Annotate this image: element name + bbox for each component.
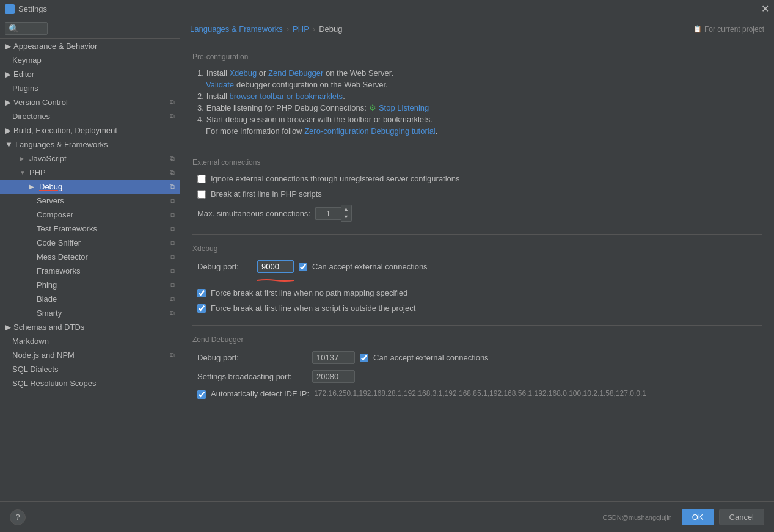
- settings-app-icon: [5, 4, 15, 14]
- section-external: External connections Ignore external con…: [192, 158, 762, 222]
- sidebar-item-build[interactable]: ▶ Build, Execution, Deployment: [0, 123, 180, 137]
- sidebar-item-plugins[interactable]: Plugins: [0, 81, 180, 95]
- max-connections-input[interactable]: 1: [315, 207, 341, 220]
- sidebar-item-directories[interactable]: Directories ⧉: [0, 109, 180, 123]
- copy-icon[interactable]: ⧉: [170, 295, 175, 303]
- copy-icon[interactable]: ⧉: [170, 169, 175, 177]
- sidebar-item-label: SQL Dialects: [12, 365, 58, 374]
- stop-listening-button[interactable]: ⚙ Stop Listening: [369, 103, 429, 112]
- sidebar-item-laf[interactable]: ▼ Languages & Frameworks: [0, 137, 180, 151]
- sidebar-item-php[interactable]: ▼ PHP ⧉: [0, 166, 180, 180]
- sidebar-item-messdetector[interactable]: Mess Detector ⧉: [0, 250, 180, 264]
- underline-decoration: [197, 274, 762, 283]
- spinner-up-button[interactable]: ▲: [341, 205, 351, 213]
- force-break2-label[interactable]: Force break at first line when a script …: [211, 304, 415, 313]
- search-input[interactable]: [5, 22, 48, 35]
- zend-can-accept-checkbox[interactable]: [360, 354, 368, 362]
- sidebar-item-label: Markdown: [12, 337, 49, 346]
- preconfig-steps: 1. Install Xdebug or Zend Debugger on th…: [192, 68, 762, 136]
- sidebar-item-appearance[interactable]: ▶ Appearance & Behavior: [0, 39, 180, 53]
- step-text: Start debug session in browser with the …: [206, 115, 433, 124]
- copy-icon[interactable]: ⧉: [170, 267, 175, 275]
- copy-icon[interactable]: ⧉: [170, 253, 175, 261]
- step-num: 4.: [197, 115, 204, 124]
- step-1: 1. Install Xdebug or Zend Debugger on th…: [197, 68, 762, 78]
- xdebug-link[interactable]: Xdebug: [229, 68, 257, 78]
- broadcast-port-input[interactable]: [312, 370, 355, 383]
- sidebar-item-codesniffer[interactable]: Code Sniffer ⧉: [0, 236, 180, 250]
- section-xdebug: Xdebug Debug port: Can accept external c…: [192, 244, 762, 313]
- ignore-external-label[interactable]: Ignore external connections through unre…: [211, 174, 460, 183]
- breadcrumb-debug: Debug: [319, 24, 342, 34]
- stop-listening-link[interactable]: Stop Listening: [379, 103, 429, 112]
- copy-icon[interactable]: ⧉: [170, 281, 175, 289]
- divider-1: [192, 148, 762, 148]
- break-first-line-checkbox[interactable]: [197, 190, 206, 199]
- auto-detect-label[interactable]: Automatically detect IDE IP:: [211, 389, 309, 398]
- sidebar-item-testframeworks[interactable]: Test Frameworks ⧉: [0, 222, 180, 236]
- zend-port-input[interactable]: [312, 351, 355, 364]
- sidebar-item-javascript[interactable]: ▶ JavaScript ⧉: [0, 151, 180, 166]
- search-bar: [0, 18, 180, 39]
- copy-icon[interactable]: ⧉: [170, 112, 175, 120]
- sidebar-item-servers[interactable]: Servers ⧉: [0, 194, 180, 208]
- copy-icon[interactable]: ⧉: [170, 197, 175, 205]
- copy-icon[interactable]: ⧉: [170, 225, 175, 233]
- spinner-down-button[interactable]: ▼: [341, 213, 351, 221]
- ok-button[interactable]: OK: [682, 509, 714, 525]
- browser-toolbar-link[interactable]: browser toolbar or bookmarklets: [229, 92, 343, 101]
- sidebar-item-versioncontrol[interactable]: ▶ Version Control ⧉: [0, 95, 180, 109]
- sidebar-item-label: SQL Resolution Scopes: [12, 379, 97, 388]
- step-3: 3. Enable listening for PHP Debug Connec…: [197, 103, 762, 112]
- close-button[interactable]: ✕: [761, 3, 769, 15]
- xdebug-port-input[interactable]: [257, 260, 294, 273]
- sidebar-item-debug[interactable]: ▶ Debug ⧉: [0, 180, 180, 194]
- sidebar-item-blade[interactable]: Blade ⧉: [0, 292, 180, 306]
- force-break2-checkbox[interactable]: [197, 304, 206, 313]
- breadcrumb-php[interactable]: PHP: [293, 24, 309, 34]
- sidebar-item-sqldialects[interactable]: SQL Dialects: [0, 362, 180, 376]
- zend-can-accept-label[interactable]: Can accept external connections: [373, 353, 489, 362]
- breadcrumb-laf[interactable]: Languages & Frameworks: [190, 24, 283, 34]
- auto-detect-checkbox[interactable]: [197, 390, 206, 399]
- help-button[interactable]: ?: [10, 509, 26, 525]
- sidebar-item-schemasanddtds[interactable]: ▶ Schemas and DTDs: [0, 320, 180, 334]
- arrow-right-icon: ▶: [5, 42, 11, 51]
- project-info-text: For current project: [704, 25, 764, 34]
- xdebug-port-label: Debug port:: [197, 262, 252, 271]
- sidebar-item-editor[interactable]: ▶ Editor: [0, 67, 180, 81]
- sidebar-item-keymap[interactable]: Keymap: [0, 53, 180, 67]
- break-first-line-row: Break at first line in PHP scripts: [197, 189, 762, 199]
- copy-icon[interactable]: ⧉: [170, 309, 175, 317]
- zend-debugger-link[interactable]: Zend Debugger: [268, 68, 323, 78]
- xdebug-can-accept-label[interactable]: Can accept external connections: [312, 262, 428, 271]
- sidebar-item-composer[interactable]: Composer ⧉: [0, 208, 180, 222]
- cancel-button[interactable]: Cancel: [719, 509, 764, 525]
- section-zend: Zend Debugger Debug port: Can accept ext…: [192, 335, 762, 399]
- step-text: Install Xdebug or Zend Debugger on the W…: [206, 68, 393, 78]
- max-connections-label: Max. simultaneous connections:: [197, 209, 310, 218]
- bottom-left: ?: [10, 509, 26, 525]
- ignore-external-checkbox[interactable]: [197, 175, 206, 183]
- zero-config-link[interactable]: Zero-configuration Debugging tutorial: [304, 126, 436, 136]
- force-break1-label[interactable]: Force break at first line when no path m…: [211, 288, 407, 297]
- copy-icon[interactable]: ⧉: [170, 351, 175, 359]
- copy-icon[interactable]: ⧉: [170, 155, 175, 162]
- sidebar-item-frameworks[interactable]: Frameworks ⧉: [0, 264, 180, 278]
- sidebar-item-markdown[interactable]: Markdown: [0, 334, 180, 348]
- copy-icon[interactable]: ⧉: [170, 211, 175, 219]
- arrow-right-icon: ▶: [5, 126, 11, 135]
- step-num: 1.: [197, 68, 204, 78]
- sidebar-item-sqlresolution[interactable]: SQL Resolution Scopes: [0, 376, 180, 390]
- sidebar-item-phing[interactable]: Phing ⧉: [0, 278, 180, 292]
- copy-icon[interactable]: ⧉: [170, 239, 175, 247]
- arrow-right-icon: ▶: [5, 70, 11, 79]
- copy-icon[interactable]: ⧉: [170, 183, 175, 191]
- validate-link[interactable]: Validate: [206, 80, 234, 89]
- copy-icon[interactable]: ⧉: [170, 98, 175, 106]
- sidebar-item-smarty[interactable]: Smarty ⧉: [0, 306, 180, 320]
- xdebug-can-accept-checkbox[interactable]: [299, 263, 307, 271]
- break-first-line-label[interactable]: Break at first line in PHP scripts: [211, 189, 322, 199]
- sidebar-item-nodejs[interactable]: Node.js and NPM ⧉: [0, 348, 180, 362]
- force-break1-checkbox[interactable]: [197, 289, 206, 297]
